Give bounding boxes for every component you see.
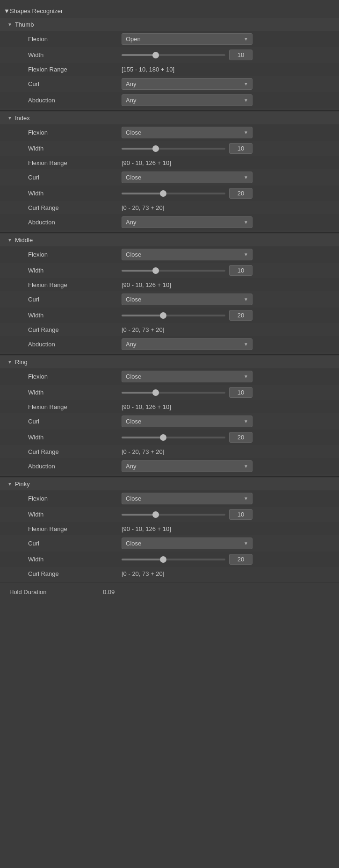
slider-track-pinky-4[interactable] (122, 559, 225, 560)
dropdown-ring-flexion[interactable]: Close▼ (122, 371, 252, 382)
prop-value-middle-4: 20 (122, 310, 320, 321)
slider-thumb-ring-4[interactable] (160, 434, 166, 441)
prop-label-index-3: Curl (28, 174, 122, 181)
slider-fill-index-1 (122, 148, 156, 150)
dropdown-arrow-icon: ▼ (244, 342, 248, 347)
range-text-ring-5: [0 - 20, 73 + 20] (122, 448, 164, 455)
dropdown-index-flexion[interactable]: Close▼ (122, 127, 252, 138)
dropdown-index-curl[interactable]: Close▼ (122, 172, 252, 183)
slider-track-pinky-1[interactable] (122, 514, 225, 516)
slider-thumb-pinky-4[interactable] (160, 556, 166, 563)
property-row-thumb-4: AbductionAny▼ (0, 92, 339, 108)
prop-label-ring-5: Curl Range (28, 448, 122, 455)
finger-collapse-icon[interactable]: ▼ (7, 237, 12, 243)
dropdown-ring-curl[interactable]: Close▼ (122, 416, 252, 427)
prop-label-index-4: Width (28, 190, 122, 197)
slider-value-ring-1[interactable]: 10 (229, 387, 252, 398)
dropdown-middle-abduction[interactable]: Any▼ (122, 338, 252, 350)
dropdown-value: Close (126, 495, 141, 502)
slider-container-ring-1: 10 (122, 387, 252, 398)
prop-label-middle-3: Curl (28, 296, 122, 303)
slider-track-ring-1[interactable] (122, 392, 225, 394)
dropdown-pinky-flexion[interactable]: Close▼ (122, 493, 252, 504)
property-row-ring-1: Width10 (0, 385, 339, 400)
dropdown-arrow-icon: ▼ (244, 36, 248, 42)
slider-value-index-4[interactable]: 20 (229, 188, 252, 199)
slider-value-middle-1[interactable]: 10 (229, 265, 252, 276)
finger-header-pinky[interactable]: ▼Pinky (0, 478, 339, 490)
slider-value-index-1[interactable]: 10 (229, 143, 252, 154)
dropdown-value: Close (126, 296, 141, 303)
slider-track-thumb-1[interactable] (122, 54, 225, 56)
range-text-pinky-2: [90 - 10, 126 + 10] (122, 525, 171, 532)
slider-container-index-4: 20 (122, 188, 252, 199)
slider-fill-thumb-1 (122, 54, 156, 56)
slider-track-index-1[interactable] (122, 148, 225, 150)
finger-header-index[interactable]: ▼Index (0, 112, 339, 124)
prop-label-pinky-5: Curl Range (28, 570, 122, 577)
dropdown-thumb-curl[interactable]: Any▼ (122, 78, 252, 90)
finger-collapse-icon[interactable]: ▼ (7, 359, 12, 365)
slider-container-thumb-1: 10 (122, 50, 252, 60)
dropdown-value: Close (126, 129, 141, 136)
property-row-middle-0: FlexionClose▼ (0, 246, 339, 263)
slider-thumb-thumb-1[interactable] (152, 52, 159, 58)
property-row-pinky-4: Width20 (0, 552, 339, 567)
finger-header-ring[interactable]: ▼Ring (0, 356, 339, 368)
slider-value-pinky-4[interactable]: 20 (229, 554, 252, 565)
prop-label-index-0: Flexion (28, 129, 122, 136)
dropdown-thumb-flexion[interactable]: Open▼ (122, 33, 252, 45)
prop-value-index-5: [0 - 20, 73 + 20] (122, 204, 320, 211)
slider-value-thumb-1[interactable]: 10 (229, 50, 252, 60)
prop-label-pinky-0: Flexion (28, 495, 122, 502)
section-separator (0, 476, 339, 477)
slider-container-ring-4: 20 (122, 432, 252, 443)
slider-track-index-4[interactable] (122, 193, 225, 194)
dropdown-value: Close (126, 174, 141, 181)
dropdown-ring-abduction[interactable]: Any▼ (122, 460, 252, 472)
slider-thumb-middle-4[interactable] (160, 312, 166, 319)
property-row-index-6: AbductionAny▼ (0, 214, 339, 230)
slider-thumb-ring-1[interactable] (152, 389, 159, 396)
dropdown-middle-flexion[interactable]: Close▼ (122, 249, 252, 260)
collapse-icon[interactable]: ▼ (4, 7, 10, 14)
slider-value-pinky-1[interactable]: 10 (229, 509, 252, 520)
finger-section-index: ▼IndexFlexionClose▼Width10Flexion Range[… (0, 112, 339, 230)
finger-name: Pinky (15, 481, 30, 488)
finger-header-middle[interactable]: ▼Middle (0, 234, 339, 246)
dropdown-pinky-curl[interactable]: Close▼ (122, 538, 252, 549)
dropdown-thumb-abduction[interactable]: Any▼ (122, 94, 252, 106)
range-text-index-2: [90 - 10, 126 + 10] (122, 159, 171, 166)
prop-label-ring-1: Width (28, 389, 122, 396)
prop-label-thumb-0: Flexion (28, 36, 122, 43)
slider-value-ring-4[interactable]: 20 (229, 432, 252, 443)
slider-container-index-1: 10 (122, 143, 252, 154)
slider-track-ring-4[interactable] (122, 437, 225, 438)
slider-fill-pinky-1 (122, 514, 156, 516)
finger-section-thumb: ▼ThumbFlexionOpen▼Width10Flexion Range[1… (0, 18, 339, 108)
slider-track-middle-1[interactable] (122, 270, 225, 272)
slider-track-middle-4[interactable] (122, 315, 225, 316)
property-row-ring-4: Width20 (0, 430, 339, 445)
finger-collapse-icon[interactable]: ▼ (7, 115, 12, 121)
slider-thumb-middle-1[interactable] (152, 267, 159, 274)
slider-thumb-pinky-1[interactable] (152, 511, 159, 518)
property-row-pinky-5: Curl Range[0 - 20, 73 + 20] (0, 567, 339, 580)
property-row-pinky-3: CurlClose▼ (0, 535, 339, 552)
finger-collapse-icon[interactable]: ▼ (7, 22, 12, 27)
dropdown-arrow-icon: ▼ (244, 81, 248, 86)
dropdown-middle-curl[interactable]: Close▼ (122, 294, 252, 305)
range-text-ring-2: [90 - 10, 126 + 10] (122, 403, 171, 410)
slider-value-middle-4[interactable]: 20 (229, 310, 252, 321)
dropdown-value: Any (126, 97, 136, 104)
prop-value-thumb-1: 10 (122, 50, 320, 60)
range-text-middle-5: [0 - 20, 73 + 20] (122, 326, 164, 333)
slider-thumb-index-1[interactable] (152, 145, 159, 152)
finger-section-ring: ▼RingFlexionClose▼Width10Flexion Range[9… (0, 356, 339, 474)
finger-name: Middle (15, 237, 33, 244)
dropdown-arrow-icon: ▼ (244, 297, 248, 302)
dropdown-index-abduction[interactable]: Any▼ (122, 216, 252, 228)
finger-header-thumb[interactable]: ▼Thumb (0, 18, 339, 31)
slider-thumb-index-4[interactable] (160, 190, 166, 197)
finger-collapse-icon[interactable]: ▼ (7, 481, 12, 487)
